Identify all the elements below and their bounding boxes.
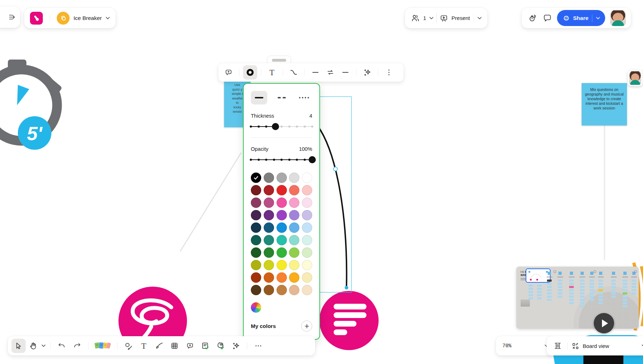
color-swatch[interactable] [277,285,287,295]
color-swatch[interactable] [302,222,312,233]
color-swatch[interactable] [251,235,261,245]
share-button[interactable]: Share [557,10,605,26]
chat-icon[interactable] [543,14,552,23]
color-swatch[interactable] [277,222,287,233]
more-options-button[interactable] [382,65,396,80]
color-swatch[interactable] [302,198,312,208]
line-start-button[interactable] [308,65,323,80]
present-button[interactable]: Present [440,14,470,22]
undo-button[interactable] [55,339,69,353]
ai-sparkles-button[interactable] [360,65,374,80]
color-swatch[interactable] [289,247,299,258]
color-swatch[interactable] [302,272,312,283]
line-color-button[interactable] [243,65,257,80]
color-swatch[interactable] [251,185,261,195]
slider-dot[interactable] [258,159,260,161]
color-swatch[interactable] [264,247,274,258]
slider-dot[interactable] [265,125,267,128]
slider-dot[interactable] [250,125,252,128]
line-end-button[interactable] [338,65,353,80]
color-swatch[interactable] [251,222,261,233]
share-options-chevron-icon[interactable] [596,17,600,20]
color-swatch[interactable] [277,198,287,208]
color-swatch[interactable] [264,235,274,245]
sticky-note-right[interactable]: Mix questions on geography and musical k… [582,83,627,125]
templates-tool-button[interactable] [198,339,212,353]
slider-dot[interactable] [273,159,275,161]
text-style-button[interactable]: T [265,65,279,80]
color-swatch[interactable] [289,272,299,283]
slider-dot[interactable] [288,159,290,161]
slider-dot[interactable] [288,125,290,128]
color-swatch[interactable] [302,173,312,183]
line-style-dotted-button[interactable] [296,91,312,104]
collaborator-cursor-avatar[interactable] [628,70,643,86]
color-swatch[interactable] [277,260,287,270]
custom-color-button[interactable] [251,302,261,313]
color-swatch[interactable] [277,185,287,195]
slider-thumb[interactable] [272,123,279,130]
color-swatch[interactable] [264,185,274,195]
swap-direction-button[interactable] [323,65,338,80]
thickness-slider[interactable] [251,123,312,130]
pen-tool-button[interactable] [152,339,166,353]
charts-tool-button[interactable] [213,339,228,353]
color-swatch[interactable] [251,247,261,258]
text-tool-button[interactable]: T [137,339,151,353]
color-swatch[interactable] [289,185,299,195]
color-swatch[interactable] [277,235,287,245]
color-swatch[interactable] [289,198,299,208]
add-comment-button[interactable] [221,65,236,80]
slider-dot[interactable] [311,125,313,128]
frames-button[interactable] [552,339,564,353]
color-swatch[interactable] [264,222,274,233]
select-tool-button[interactable] [11,339,26,353]
color-swatch[interactable] [251,198,261,208]
opacity-slider[interactable] [251,156,312,163]
board-title-pill[interactable]: Ice Breaker [24,8,116,28]
color-swatch[interactable] [251,173,261,183]
color-swatch[interactable] [289,210,299,220]
slider-dot[interactable] [304,159,306,161]
table-tool-button[interactable] [167,339,182,353]
color-swatch[interactable] [251,285,261,295]
slider-dot[interactable] [265,159,267,161]
board-view-button[interactable]: Board view [571,342,643,350]
color-swatch[interactable] [289,222,299,233]
color-swatch[interactable] [251,210,261,220]
shapes-tool-button[interactable] [121,339,136,353]
color-swatch[interactable] [264,210,274,220]
color-swatch[interactable] [302,260,312,270]
color-swatch[interactable] [289,285,299,295]
user-avatar[interactable] [610,10,626,26]
color-swatch[interactable] [264,173,274,183]
slider-dot[interactable] [250,159,252,161]
project-folder-badge[interactable] [57,12,70,25]
color-swatch[interactable] [251,260,261,270]
color-swatch[interactable] [264,272,274,283]
curve-type-button[interactable] [287,65,301,80]
color-swatch[interactable] [277,173,287,183]
video-play-button[interactable] [594,313,614,333]
slider-thumb[interactable] [309,156,316,163]
slider-dot[interactable] [296,125,298,128]
timer-icon[interactable] [528,13,538,23]
slider-dot[interactable] [280,159,283,161]
pan-tool-button[interactable] [27,339,40,353]
sticky-note-tool-button[interactable] [92,339,113,353]
line-style-dashed-button[interactable] [273,91,290,104]
color-swatch[interactable] [264,260,274,270]
color-swatch[interactable] [277,247,287,258]
color-swatch[interactable] [289,173,299,183]
color-swatch[interactable] [302,247,312,258]
ai-tool-button[interactable] [229,339,243,353]
color-swatch[interactable] [302,235,312,245]
color-swatch[interactable] [277,272,287,283]
color-swatch[interactable] [264,285,274,295]
slider-dot[interactable] [296,159,298,161]
redo-button[interactable] [70,339,84,353]
color-swatch[interactable] [302,210,312,220]
color-swatch[interactable] [289,260,299,270]
color-swatch[interactable] [302,185,312,195]
color-swatch[interactable] [302,285,312,295]
